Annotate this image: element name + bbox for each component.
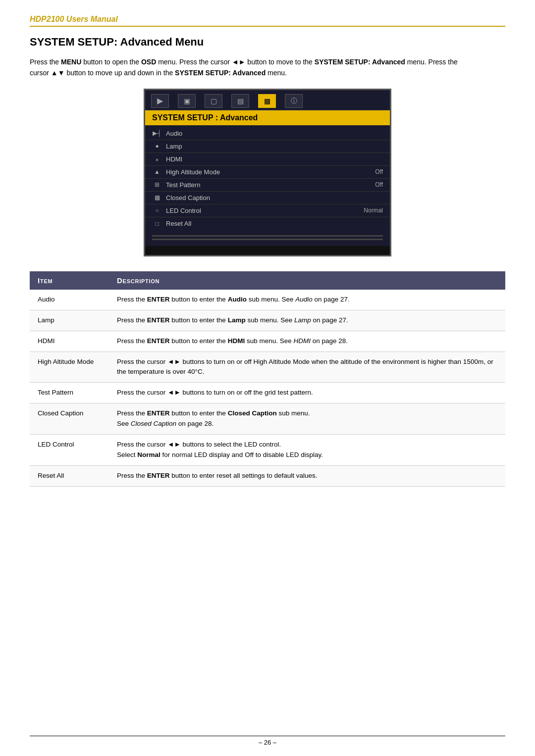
osd-item-audio: ▶┤ Audio: [145, 127, 390, 140]
osd-label-led-control: LED Control: [166, 207, 364, 214]
table-cell-item-hdmi: HDMI: [30, 331, 109, 352]
table-row: Closed Caption Press the ENTER button to…: [30, 403, 505, 435]
table-cell-desc-led-control: Press the cursor ◄► buttons to select th…: [109, 435, 505, 466]
table-row: Reset All Press the ENTER button to ente…: [30, 466, 505, 487]
table-cell-desc-hdmi: Press the ENTER button to enter the HDMI…: [109, 331, 505, 352]
table-row: Audio Press the ENTER button to enter th…: [30, 290, 505, 310]
osd-icon-lamp: ●: [152, 143, 162, 150]
osd-value-test-pattern: Off: [375, 181, 383, 188]
intro-bold-system1: SYSTEM SETUP: Advanced: [315, 58, 405, 66]
footer-rule: [30, 736, 505, 736]
osd-label-test-pattern: Test Pattern: [166, 181, 375, 189]
osd-tab-1: ▶: [151, 94, 169, 108]
osd-label-hdmi: HDMI: [166, 155, 383, 163]
table-row: Lamp Press the ENTER button to enter the…: [30, 310, 505, 331]
table-header-row: Item Description: [30, 271, 505, 290]
table-cell-desc-lamp: Press the ENTER button to enter the Lamp…: [109, 310, 505, 331]
page-number: – 26 –: [0, 739, 535, 746]
table-cell-desc-test-pattern: Press the cursor ◄► buttons to turn on o…: [109, 383, 505, 403]
osd-bottom-dark: [145, 246, 390, 255]
table-cell-item-closed-caption: Closed Caption: [30, 403, 109, 435]
osd-screenshot: ▶ ▣ ▢ ▤ ▩ ⓘ SYSTEM SETUP : Advanced ▶┤ A…: [144, 89, 391, 256]
table-cell-item-reset-all: Reset All: [30, 466, 109, 487]
osd-tab-4: ▤: [231, 94, 249, 108]
table-cell-item-test-pattern: Test Pattern: [30, 383, 109, 403]
osd-menu-items: ▶┤ Audio ● Lamp ⁎ HDMI ▲ High Altitude M…: [145, 125, 390, 232]
page-container: HDP2100 Users Manual SYSTEM SETUP: Advan…: [0, 0, 535, 756]
table-cell-item-altitude: High Altitude Mode: [30, 352, 109, 383]
header-title: HDP2100 Users Manual: [30, 15, 505, 24]
osd-tab-2: ▣: [178, 94, 196, 108]
intro-bold-menu: MENU: [61, 58, 81, 66]
osd-item-closed-caption: ▩ Closed Caption: [145, 192, 390, 204]
description-table: Item Description Audio Press the ENTER b…: [30, 271, 505, 487]
osd-bar-2: [152, 239, 383, 240]
osd-value-led-control: Normal: [364, 207, 383, 214]
osd-label-audio: Audio: [166, 130, 383, 137]
osd-tab-5-active: ▩: [258, 94, 276, 108]
table-cell-desc-audio: Press the ENTER button to enter the Audi…: [109, 290, 505, 310]
table-header-item: Item: [30, 271, 109, 290]
osd-icon-audio: ▶┤: [152, 130, 162, 137]
table-header-description: Description: [109, 271, 505, 290]
osd-bar-1: [152, 235, 383, 237]
table-row: High Altitude Mode Press the cursor ◄► b…: [30, 352, 505, 383]
osd-item-lamp: ● Lamp: [145, 140, 390, 153]
osd-label-altitude: High Altitude Mode: [166, 168, 375, 176]
osd-label-lamp: Lamp: [166, 143, 383, 150]
osd-icon-reset-all: □: [152, 220, 162, 227]
osd-title-bar: SYSTEM SETUP : Advanced: [145, 110, 390, 125]
table-row: LED Control Press the cursor ◄► buttons …: [30, 435, 505, 466]
osd-value-altitude: Off: [375, 168, 383, 175]
header-rule: [30, 26, 505, 27]
table-cell-desc-closed-caption: Press the ENTER button to enter the Clos…: [109, 403, 505, 435]
osd-icon-closed-caption: ▩: [152, 194, 162, 201]
table-cell-item-led-control: LED Control: [30, 435, 109, 466]
intro-bold-system2: SYSTEM SETUP: Advanced: [175, 69, 266, 77]
osd-footer-bars: [145, 232, 390, 246]
table-row: HDMI Press the ENTER button to enter the…: [30, 331, 505, 352]
table-row: Test Pattern Press the cursor ◄► buttons…: [30, 383, 505, 403]
intro-paragraph: Press the MENU button to open the OSD me…: [30, 56, 476, 79]
osd-icon-test-pattern: ⊞: [152, 181, 162, 188]
osd-item-led-control: ○ LED Control Normal: [145, 204, 390, 217]
table-cell-desc-reset-all: Press the ENTER button to enter reset al…: [109, 466, 505, 487]
osd-tab-3: ▢: [205, 94, 222, 108]
osd-item-reset-all: □ Reset All: [145, 217, 390, 230]
osd-tab-6: ⓘ: [285, 94, 303, 108]
table-cell-item-audio: Audio: [30, 290, 109, 310]
osd-icon-led-control: ○: [152, 207, 162, 214]
intro-bold-osd: OSD: [141, 58, 156, 66]
osd-label-reset-all: Reset All: [166, 220, 383, 227]
osd-item-hdmi: ⁎ HDMI: [145, 153, 390, 166]
osd-icon-altitude: ▲: [152, 168, 162, 175]
osd-tab-bar: ▶ ▣ ▢ ▤ ▩ ⓘ: [145, 90, 390, 110]
osd-icon-hdmi: ⁎: [152, 155, 162, 162]
osd-label-closed-caption: Closed Caption: [166, 194, 383, 202]
table-cell-item-lamp: Lamp: [30, 310, 109, 331]
table-cell-desc-altitude: Press the cursor ◄► buttons to turn on o…: [109, 352, 505, 383]
osd-item-test-pattern: ⊞ Test Pattern Off: [145, 179, 390, 192]
section-title: SYSTEM SETUP: Advanced Menu: [30, 36, 505, 49]
osd-item-altitude: ▲ High Altitude Mode Off: [145, 166, 390, 179]
